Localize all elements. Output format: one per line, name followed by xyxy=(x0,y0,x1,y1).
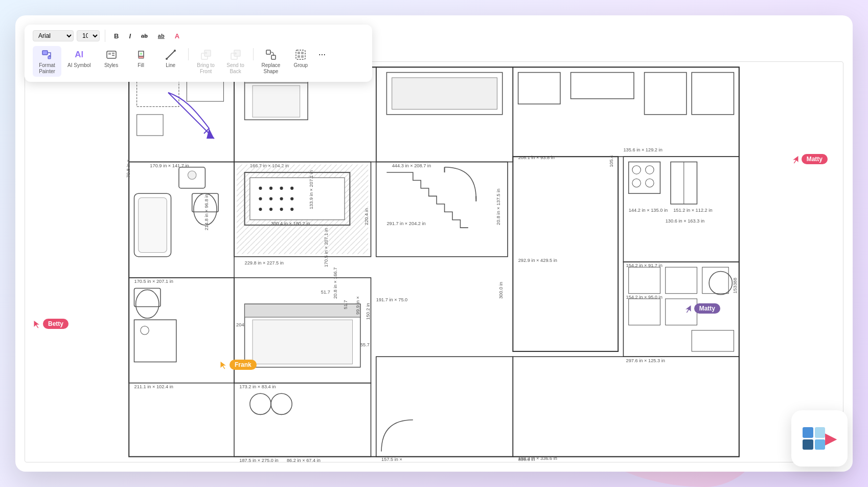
svg-rect-15 xyxy=(296,50,305,59)
svg-point-47 xyxy=(280,187,283,190)
group-tool[interactable]: Group xyxy=(286,46,315,71)
svg-text:191.7 in × 75.0: 191.7 in × 75.0 xyxy=(376,297,407,302)
svg-text:51.7: 51.7 xyxy=(321,290,330,295)
bring-to-front-icon xyxy=(200,48,212,61)
canvas-area[interactable]: 170.9 in × 141.7 in 166.7 in × 104.2 in … xyxy=(25,61,843,462)
svg-rect-3 xyxy=(108,53,111,55)
matty-tr-label: Matty xyxy=(802,154,828,164)
replace-shape-label: ReplaceShape xyxy=(262,62,281,75)
format-painter-label: FormatPainter xyxy=(39,62,55,75)
ai-symbol-tool[interactable]: AI AI Symbol xyxy=(62,46,96,71)
svg-rect-13 xyxy=(266,50,270,54)
svg-text:20.8 in × 166.7: 20.8 in × 166.7 xyxy=(333,268,338,299)
more-options-tool[interactable]: ⋯ xyxy=(316,46,328,64)
line-label: Line xyxy=(166,62,175,69)
svg-text:153388: 153388 xyxy=(733,278,738,294)
svg-rect-29 xyxy=(253,85,300,117)
svg-text:20.8 in × 137.5 in: 20.8 in × 137.5 in xyxy=(496,189,501,225)
font-color-button[interactable]: A xyxy=(171,31,183,41)
svg-text:214.8 in × 96.8 in: 214.8 in × 96.8 in xyxy=(204,194,209,230)
svg-text:211.1 in × 102.4 in: 211.1 in × 102.4 in xyxy=(134,384,173,389)
svg-text:51.7: 51.7 xyxy=(343,300,348,309)
svg-text:170.5 in × 207.1 in: 170.5 in × 207.1 in xyxy=(324,228,329,267)
matty-b-label: Matty xyxy=(694,303,720,314)
underline-button[interactable]: ab xyxy=(154,31,168,40)
svg-point-53 xyxy=(259,208,262,211)
format-painter-tool[interactable]: FormatPainter xyxy=(33,46,61,77)
toolbar: Arial Helvetica Times New Roman 10 12 14… xyxy=(25,25,372,82)
svg-text:157.5 in ×: 157.5 in × xyxy=(381,457,402,462)
svg-rect-2 xyxy=(107,51,116,58)
svg-rect-18 xyxy=(298,55,300,58)
svg-line-6 xyxy=(167,51,175,59)
bring-to-front-label: Bring toFront xyxy=(197,62,214,75)
svg-text:144.2 in × 135.0 in: 144.2 in × 135.0 in xyxy=(629,208,668,213)
more-options-icon: ⋯ xyxy=(318,48,326,61)
fill-icon xyxy=(135,48,147,61)
svg-point-48 xyxy=(290,187,293,190)
bring-to-front-tool[interactable]: Bring toFront xyxy=(192,46,220,77)
svg-text:133.9 in × 207.1 in: 133.9 in × 207.1 in xyxy=(309,170,314,209)
send-to-back-icon xyxy=(230,48,241,61)
svg-text:220.4 in: 220.4 in xyxy=(364,208,369,225)
line-tool[interactable]: Line xyxy=(156,46,185,71)
send-to-back-tool[interactable]: Send toBack xyxy=(221,46,250,77)
svg-rect-19 xyxy=(301,55,304,58)
svg-rect-33 xyxy=(392,78,497,109)
svg-rect-44 xyxy=(250,178,345,219)
svg-text:300.0 in: 300.0 in xyxy=(498,282,504,299)
svg-text:130.6 in × 163.3 in: 130.6 in × 163.3 in xyxy=(666,218,704,224)
svg-rect-14 xyxy=(271,55,276,59)
main-card: Arial Helvetica Times New Roman 10 12 14… xyxy=(15,15,853,472)
logo-block-2 xyxy=(815,427,826,438)
frank-label: Frank xyxy=(230,360,257,370)
svg-text:154.2 in × 95.0 in: 154.2 in × 95.0 in xyxy=(626,295,663,300)
logo-block-4 xyxy=(815,439,826,450)
logo-arrow-icon: ▶ xyxy=(825,430,836,447)
logo-inner: ▶ xyxy=(803,427,836,450)
logo-widget[interactable]: ▶ xyxy=(791,410,848,467)
svg-text:208.1 in × 93.8 in: 208.1 in × 93.8 in xyxy=(518,155,555,160)
cursor-frank: Frank xyxy=(219,360,257,370)
font-family-select[interactable]: Arial Helvetica Times New Roman xyxy=(33,30,74,41)
svg-text:300.4 in × 180.2 in: 300.4 in × 180.2 in xyxy=(271,221,310,226)
svg-text:173.2 in × 83.4 in: 173.2 in × 83.4 in xyxy=(239,384,276,389)
replace-shape-icon xyxy=(265,48,277,61)
floorplan-content: 170.9 in × 141.7 in 166.7 in × 104.2 in … xyxy=(25,62,843,462)
send-to-back-label: Send toBack xyxy=(226,62,244,75)
logo-blocks xyxy=(803,427,825,450)
font-size-select[interactable]: 10 12 14 16 xyxy=(77,30,100,41)
group-icon xyxy=(295,48,306,61)
svg-rect-16 xyxy=(298,52,300,54)
fill-tool[interactable]: Fill xyxy=(127,46,155,71)
betty-label: Betty xyxy=(43,319,68,329)
bold-button[interactable]: B xyxy=(110,31,122,41)
svg-rect-17 xyxy=(301,52,304,54)
svg-text:70.8 in ×: 70.8 in × xyxy=(126,160,131,178)
fill-label: Fill xyxy=(138,62,144,69)
svg-point-52 xyxy=(290,197,293,200)
svg-text:55.7: 55.7 xyxy=(360,342,370,347)
svg-point-50 xyxy=(269,197,272,200)
divider-1 xyxy=(105,30,105,42)
strikethrough-button[interactable]: ab xyxy=(138,31,151,40)
svg-text:204: 204 xyxy=(236,322,244,327)
svg-text:99.9 in ×: 99.9 in × xyxy=(355,296,360,315)
svg-text:150.2 in: 150.2 in xyxy=(366,303,371,320)
toolbar-row-2: FormatPainter AI AI Symbol xyxy=(33,46,364,77)
italic-button[interactable]: I xyxy=(125,31,134,41)
svg-point-55 xyxy=(280,208,283,211)
svg-text:170.5 in × 207.1 in: 170.5 in × 207.1 in xyxy=(134,279,173,284)
svg-text:105.4: 105.4 xyxy=(609,156,614,167)
styles-tool[interactable]: Styles xyxy=(97,46,126,71)
cursor-betty: Betty xyxy=(33,319,68,329)
svg-rect-74 xyxy=(139,197,167,252)
svg-text:291.7 in × 204.2 in: 291.7 in × 204.2 in xyxy=(386,221,425,226)
replace-shape-tool[interactable]: ReplaceShape xyxy=(257,46,286,77)
group-label: Group xyxy=(293,62,308,69)
logo-block-3 xyxy=(803,439,813,450)
divider-2 xyxy=(188,48,189,60)
floorplan-svg: 170.9 in × 141.7 in 166.7 in × 104.2 in … xyxy=(25,62,843,462)
svg-text:151.2 in × 112.2 in: 151.2 in × 112.2 in xyxy=(673,208,712,213)
styles-icon xyxy=(106,48,117,61)
